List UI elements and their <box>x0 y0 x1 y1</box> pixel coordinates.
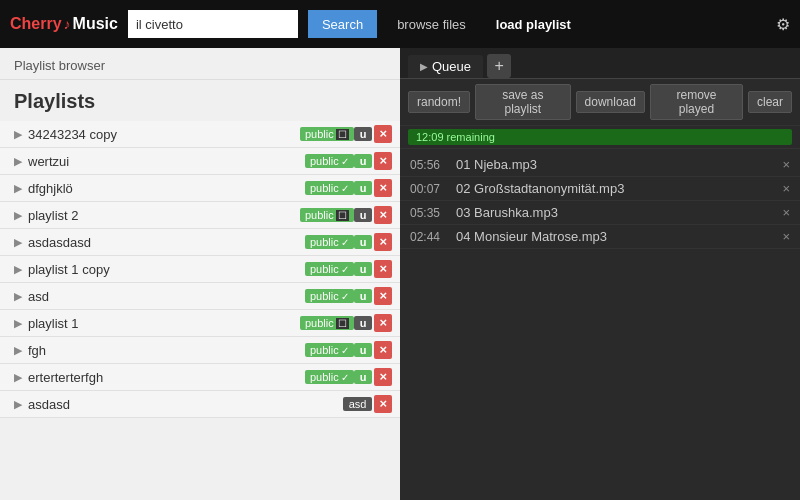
chevron-icon[interactable]: ▶ <box>14 263 22 276</box>
random-button[interactable]: random! <box>408 91 470 113</box>
track-name[interactable]: 04 Monsieur Matrose.mp3 <box>456 229 774 244</box>
u-badge[interactable]: u <box>354 154 373 168</box>
queue-tabs: ▶ Queue + <box>400 48 800 79</box>
u-badge[interactable]: u <box>354 127 373 141</box>
public-badge[interactable]: public ✓ <box>305 262 354 276</box>
delete-badge[interactable]: × <box>374 341 392 359</box>
playlist-name[interactable]: 34243234 copy <box>28 127 300 142</box>
playlist-name[interactable]: playlist 1 <box>28 316 300 331</box>
browse-files-link[interactable]: browse files <box>387 17 476 32</box>
settings-icon[interactable]: ⚙ <box>776 15 790 34</box>
track-duration: 00:07 <box>410 182 448 196</box>
delete-badge[interactable]: × <box>374 233 392 251</box>
track-item: 02:4404 Monsieur Matrose.mp3× <box>400 225 800 249</box>
delete-badge[interactable]: × <box>374 395 392 413</box>
playlist-item: ▶wertzuipublic ✓u× <box>0 148 400 175</box>
delete-badge[interactable]: × <box>374 152 392 170</box>
public-badge[interactable]: public ☐ <box>300 316 354 330</box>
load-playlist-link[interactable]: load playlist <box>486 17 581 32</box>
playlist-name[interactable]: asdasdasd <box>28 235 305 250</box>
public-badge[interactable]: public ✓ <box>305 235 354 249</box>
chevron-icon[interactable]: ▶ <box>14 182 22 195</box>
delete-badge[interactable]: × <box>374 314 392 332</box>
public-badge[interactable]: public ✓ <box>305 181 354 195</box>
search-button[interactable]: Search <box>308 10 377 38</box>
playlist-name[interactable]: playlist 1 copy <box>28 262 305 277</box>
left-panel: Playlist browser Playlists ▶34243234 cop… <box>0 48 400 500</box>
add-tab[interactable]: + <box>487 54 511 78</box>
playlist-name[interactable]: asdasd <box>28 397 343 412</box>
playlist-item: ▶asdasdasdpublic ✓u× <box>0 229 400 256</box>
u-badge[interactable]: u <box>354 370 373 384</box>
playlist-item: ▶playlist 2public ☐u× <box>0 202 400 229</box>
track-name[interactable]: 03 Barushka.mp3 <box>456 205 774 220</box>
public-badge[interactable]: public ✓ <box>305 370 354 384</box>
playlists-list: ▶34243234 copypublic ☐u×▶wertzuipublic ✓… <box>0 121 400 500</box>
public-badge[interactable]: public ☐ <box>300 208 354 222</box>
public-badge[interactable]: public ✓ <box>305 154 354 168</box>
play-icon: ▶ <box>420 61 428 72</box>
delete-badge[interactable]: × <box>374 260 392 278</box>
remove-played-button[interactable]: remove played <box>650 84 743 120</box>
u-badge[interactable]: u <box>354 235 373 249</box>
delete-badge[interactable]: × <box>374 179 392 197</box>
header: Cherry♪Music Search browse files load pl… <box>0 0 800 48</box>
public-badge[interactable]: public ✓ <box>305 343 354 357</box>
playlist-name[interactable]: asd <box>28 289 305 304</box>
playlist-name[interactable]: erterterterfgh <box>28 370 305 385</box>
logo-note: ♪ <box>64 16 71 32</box>
logo-cherry: Cherry <box>10 15 62 33</box>
save-as-playlist-button[interactable]: save as playlist <box>475 84 571 120</box>
playlist-item: ▶erterterterfghpublic ✓u× <box>0 364 400 391</box>
u-badge[interactable]: u <box>354 208 373 222</box>
chevron-icon[interactable]: ▶ <box>14 155 22 168</box>
playlist-item: ▶fghpublic ✓u× <box>0 337 400 364</box>
track-remove-button[interactable]: × <box>782 205 790 220</box>
playlist-name[interactable]: playlist 2 <box>28 208 300 223</box>
search-input[interactable] <box>128 10 298 38</box>
playlist-browser-header: Playlist browser <box>0 48 400 80</box>
u-badge[interactable]: u <box>354 316 373 330</box>
delete-badge[interactable]: × <box>374 125 392 143</box>
delete-badge[interactable]: × <box>374 287 392 305</box>
track-remove-button[interactable]: × <box>782 181 790 196</box>
delete-badge[interactable]: × <box>374 368 392 386</box>
playlist-name[interactable]: dfghjklö <box>28 181 305 196</box>
chevron-icon[interactable]: ▶ <box>14 371 22 384</box>
clear-button[interactable]: clear <box>748 91 792 113</box>
time-remaining: 12:09 remaining <box>408 129 792 145</box>
track-remove-button[interactable]: × <box>782 157 790 172</box>
chevron-icon[interactable]: ▶ <box>14 236 22 249</box>
chevron-icon[interactable]: ▶ <box>14 128 22 141</box>
u-badge[interactable]: u <box>354 181 373 195</box>
track-item: 05:5601 Njeba.mp3× <box>400 153 800 177</box>
queue-tab[interactable]: ▶ Queue <box>408 55 483 78</box>
playlist-item: ▶asdasdasd× <box>0 391 400 418</box>
track-duration: 02:44 <box>410 230 448 244</box>
playlist-name[interactable]: fgh <box>28 343 305 358</box>
chevron-icon[interactable]: ▶ <box>14 290 22 303</box>
chevron-icon[interactable]: ▶ <box>14 317 22 330</box>
download-button[interactable]: download <box>576 91 645 113</box>
u-badge[interactable]: u <box>354 289 373 303</box>
u-badge[interactable]: u <box>354 262 373 276</box>
track-name[interactable]: 01 Njeba.mp3 <box>456 157 774 172</box>
track-name[interactable]: 02 Großstadtanonymität.mp3 <box>456 181 774 196</box>
logo: Cherry♪Music <box>10 15 118 33</box>
public-badge[interactable]: public ☐ <box>300 127 354 141</box>
delete-badge[interactable]: × <box>374 206 392 224</box>
public-badge[interactable]: public ✓ <box>305 289 354 303</box>
track-remove-button[interactable]: × <box>782 229 790 244</box>
chevron-icon[interactable]: ▶ <box>14 209 22 222</box>
track-item: 05:3503 Barushka.mp3× <box>400 201 800 225</box>
track-item: 00:0702 Großstadtanonymität.mp3× <box>400 177 800 201</box>
chevron-icon[interactable]: ▶ <box>14 398 22 411</box>
queue-tab-label: Queue <box>432 59 471 74</box>
queue-controls-top: random! save as playlist download remove… <box>400 79 800 126</box>
playlists-title: Playlists <box>0 80 400 121</box>
playlist-name[interactable]: wertzui <box>28 154 305 169</box>
track-duration: 05:35 <box>410 206 448 220</box>
u-badge[interactable]: u <box>354 343 373 357</box>
chevron-icon[interactable]: ▶ <box>14 344 22 357</box>
asd-badge[interactable]: asd <box>343 397 373 411</box>
